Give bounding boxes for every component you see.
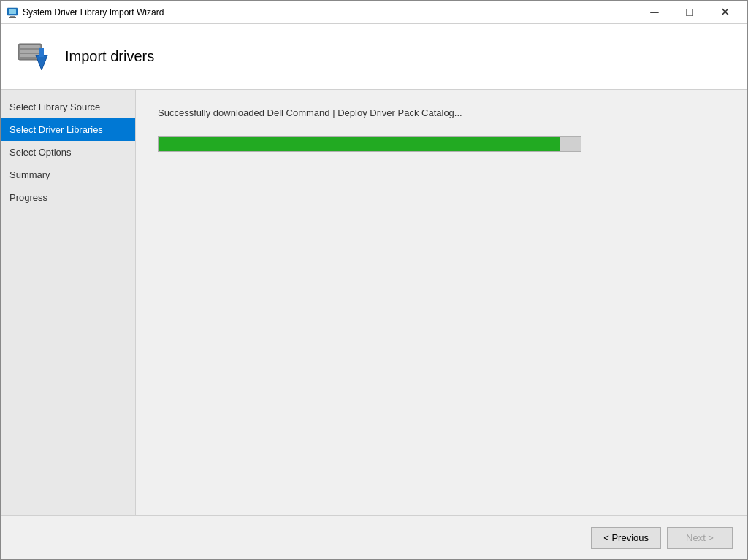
progress-bar-container [158, 136, 581, 152]
status-message: Successfully downloaded Dell Command | D… [158, 107, 725, 118]
header-icon [15, 38, 53, 76]
title-bar: System Driver Library Import Wizard ─ □ … [1, 1, 747, 24]
svg-marker-8 [36, 55, 47, 70]
content-area: Successfully downloaded Dell Command | D… [136, 90, 747, 515]
svg-rect-9 [39, 48, 44, 57]
progress-bar-fill [159, 137, 560, 151]
svg-rect-5 [20, 45, 40, 48]
sidebar: Select Library Source Select Driver Libr… [1, 90, 136, 515]
svg-rect-3 [9, 17, 16, 18]
minimize-button[interactable]: ─ [638, 1, 671, 24]
sidebar-item-select-options[interactable]: Select Options [1, 141, 135, 164]
maximize-button[interactable]: □ [673, 1, 706, 24]
sidebar-item-progress[interactable]: Progress [1, 186, 135, 209]
svg-rect-6 [20, 50, 40, 53]
sidebar-item-select-library-source[interactable]: Select Library Source [1, 96, 135, 118]
footer: < Previous Next > [1, 515, 747, 559]
svg-rect-1 [9, 9, 16, 14]
previous-button[interactable]: < Previous [591, 527, 661, 549]
app-icon [7, 7, 18, 18]
next-button[interactable]: Next > [667, 527, 733, 549]
header: Import drivers [1, 24, 747, 90]
main-content: Select Library Source Select Driver Libr… [1, 90, 747, 515]
sidebar-item-select-driver-libraries[interactable]: Select Driver Libraries [1, 118, 135, 141]
main-window: System Driver Library Import Wizard ─ □ … [0, 0, 748, 560]
window-controls: ─ □ ✕ [638, 1, 741, 24]
close-button[interactable]: ✕ [708, 1, 741, 24]
sidebar-item-summary[interactable]: Summary [1, 164, 135, 186]
window-title: System Driver Library Import Wizard [23, 7, 638, 18]
header-title: Import drivers [65, 48, 154, 65]
